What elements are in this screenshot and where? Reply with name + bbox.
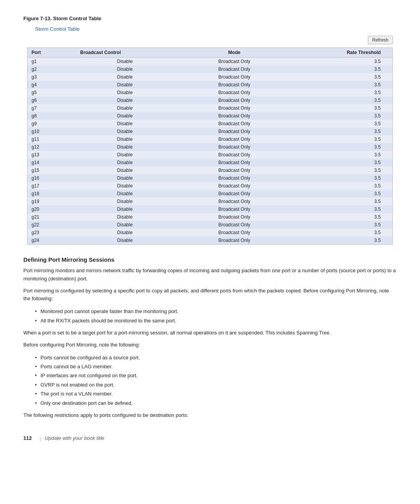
cell-bc: Disable xyxy=(76,166,173,174)
table-row: g2DisableBroadcast Only3.5 xyxy=(28,65,392,73)
bullet-2-2: Ports cannot be a LAG member. xyxy=(35,362,397,371)
cell-port: g8 xyxy=(28,112,76,120)
cell-rate: 3.5 xyxy=(295,135,392,143)
cell-port: g18 xyxy=(28,190,76,198)
table-row: g1DisableBroadcast Only3.5 xyxy=(28,58,392,66)
cell-port: g1 xyxy=(28,58,76,66)
table-row: g11DisableBroadcast Only3.5 xyxy=(28,135,392,143)
cell-port: g17 xyxy=(28,182,76,190)
section-heading: Defining Port Mirroring Sessions xyxy=(23,256,397,263)
cell-bc: Disable xyxy=(76,190,173,198)
cell-port: g11 xyxy=(28,135,76,143)
para-4: Before configuring Port Mirroring, note … xyxy=(23,341,397,349)
cell-port: g9 xyxy=(28,120,76,128)
cell-port: g14 xyxy=(28,159,76,166)
cell-port: g10 xyxy=(28,128,76,135)
cell-rate: 3.5 xyxy=(295,58,392,66)
cell-rate: 3.5 xyxy=(295,96,392,104)
cell-bc: Disable xyxy=(76,81,173,89)
table-row: g16DisableBroadcast Only3.5 xyxy=(28,174,392,182)
cell-mode: Broadcast Only xyxy=(173,166,295,174)
cell-mode: Broadcast Only xyxy=(173,205,295,213)
table-row: g14DisableBroadcast Only3.5 xyxy=(28,159,392,166)
cell-bc: Disable xyxy=(76,205,173,213)
page-number: 112 xyxy=(23,435,32,441)
cell-bc: Disable xyxy=(76,236,173,244)
cell-port: g5 xyxy=(28,89,76,96)
cell-port: g23 xyxy=(28,229,76,236)
cell-bc: Disable xyxy=(76,89,173,96)
cell-bc: Disable xyxy=(76,73,173,81)
cell-mode: Broadcast Only xyxy=(173,198,295,205)
cell-rate: 3.5 xyxy=(295,151,392,159)
cell-mode: Broadcast Only xyxy=(173,65,295,73)
cell-mode: Broadcast Only xyxy=(173,236,295,244)
cell-port: g7 xyxy=(28,104,76,112)
cell-bc: Disable xyxy=(76,159,173,166)
table-row: g8DisableBroadcast Only3.5 xyxy=(28,112,392,120)
cell-mode: Broadcast Only xyxy=(173,229,295,236)
col-header-mode: Mode xyxy=(173,48,295,58)
page-footer: 112 | Update with your book title xyxy=(23,435,397,441)
table-title-link[interactable]: Storm Control Table xyxy=(35,26,397,32)
table-row: g17DisableBroadcast Only3.5 xyxy=(28,182,392,190)
cell-port: g3 xyxy=(28,73,76,81)
cell-mode: Broadcast Only xyxy=(173,96,295,104)
cell-port: g20 xyxy=(28,205,76,213)
bullet-list-2: Ports cannot be configured as a source p… xyxy=(35,353,397,408)
cell-port: g24 xyxy=(28,236,76,244)
storm-control-table: Port Broadcast Control Mode Rate Thresho… xyxy=(28,48,392,244)
table-row: g6DisableBroadcast Only3.5 xyxy=(28,96,392,104)
bullet-2-6: Only one destination port can be defined… xyxy=(35,399,397,408)
cell-rate: 3.5 xyxy=(295,205,392,213)
cell-mode: Broadcast Only xyxy=(173,182,295,190)
bullet-2-1: Ports cannot be configured as a source p… xyxy=(35,353,397,362)
table-row: g18DisableBroadcast Only3.5 xyxy=(28,190,392,198)
table-row: g24DisableBroadcast Only3.5 xyxy=(28,236,392,244)
cell-bc: Disable xyxy=(76,174,173,182)
table-row: g22DisableBroadcast Only3.5 xyxy=(28,221,392,229)
col-header-port: Port xyxy=(28,48,76,58)
cell-rate: 3.5 xyxy=(295,166,392,174)
cell-rate: 3.5 xyxy=(295,73,392,81)
cell-mode: Broadcast Only xyxy=(173,58,295,66)
restrictions-intro: The following restrictions apply to port… xyxy=(23,411,397,420)
para-1: Port mirroring monitors and mirrors netw… xyxy=(23,267,397,283)
table-header-row: Port Broadcast Control Mode Rate Thresho… xyxy=(28,48,392,58)
col-header-bc: Broadcast Control xyxy=(76,48,173,58)
cell-mode: Broadcast Only xyxy=(173,104,295,112)
cell-mode: Broadcast Only xyxy=(173,112,295,120)
cell-rate: 3.5 xyxy=(295,120,392,128)
cell-bc: Disable xyxy=(76,213,173,221)
table-row: g12DisableBroadcast Only3.5 xyxy=(28,143,392,151)
cell-bc: Disable xyxy=(76,58,173,66)
bullet-1-1: Monitored port cannot operate faster tha… xyxy=(35,307,397,316)
cell-rate: 3.5 xyxy=(295,213,392,221)
cell-mode: Broadcast Only xyxy=(173,128,295,135)
cell-rate: 3.5 xyxy=(295,65,392,73)
para-2: Port mirroring is configured by selectin… xyxy=(23,287,397,303)
table-row: g23DisableBroadcast Only3.5 xyxy=(28,229,392,236)
refresh-button[interactable]: Refresh xyxy=(368,36,393,44)
cell-port: g13 xyxy=(28,151,76,159)
cell-bc: Disable xyxy=(76,229,173,236)
cell-bc: Disable xyxy=(76,128,173,135)
bullet-2-5: The port is not a VLAN member. xyxy=(35,389,397,398)
footer-book-title: Update with your book title xyxy=(45,435,104,441)
table-row: g10DisableBroadcast Only3.5 xyxy=(28,128,392,135)
para-3: When a port is set to be a target port f… xyxy=(23,329,397,337)
cell-rate: 3.5 xyxy=(295,81,392,89)
cell-mode: Broadcast Only xyxy=(173,81,295,89)
cell-bc: Disable xyxy=(76,182,173,190)
cell-mode: Broadcast Only xyxy=(173,143,295,151)
cell-bc: Disable xyxy=(76,221,173,229)
table-row: g13DisableBroadcast Only3.5 xyxy=(28,151,392,159)
cell-rate: 3.5 xyxy=(295,229,392,236)
cell-port: g2 xyxy=(28,65,76,73)
cell-bc: Disable xyxy=(76,135,173,143)
cell-mode: Broadcast Only xyxy=(173,135,295,143)
cell-mode: Broadcast Only xyxy=(173,120,295,128)
table-row: g7DisableBroadcast Only3.5 xyxy=(28,104,392,112)
table-row: g3DisableBroadcast Only3.5 xyxy=(28,73,392,81)
cell-mode: Broadcast Only xyxy=(173,213,295,221)
